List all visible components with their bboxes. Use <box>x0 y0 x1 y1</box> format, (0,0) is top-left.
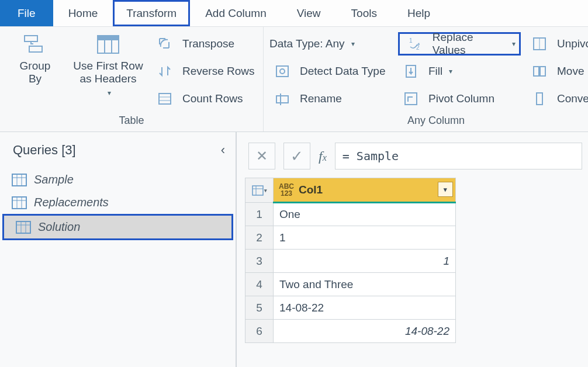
use-first-row-as-headers-button[interactable]: Use First Row as Headers <box>70 30 146 112</box>
tab-label: Transform <box>126 7 177 20</box>
cell[interactable]: 1 <box>274 226 456 250</box>
tab-label: Tools <box>351 7 377 20</box>
tab-transform[interactable]: Transform <box>113 0 190 26</box>
tab-view[interactable]: View <box>282 0 336 26</box>
tab-label: Help <box>407 7 430 20</box>
column-filter-button[interactable]: ▾ <box>438 182 453 197</box>
row-number[interactable]: 6 <box>245 320 274 343</box>
pivot-column-button[interactable]: Pivot Column <box>398 87 521 110</box>
reverse-rows-button[interactable]: Reverse Rows <box>152 60 257 83</box>
button-label: Transpose <box>182 37 234 50</box>
count-rows-icon <box>152 87 178 110</box>
query-label: Solution <box>38 220 80 234</box>
button-label: Rename <box>300 92 342 105</box>
button-label: Convert t <box>557 92 588 105</box>
svg-rect-26 <box>12 197 26 209</box>
svg-rect-22 <box>12 174 26 186</box>
column-header-col1[interactable]: ABC123 Col1 ▾ <box>274 178 456 203</box>
cell[interactable]: Two and Three <box>274 273 456 296</box>
svg-rect-3 <box>98 36 119 40</box>
svg-rect-34 <box>253 186 263 195</box>
cell[interactable]: 14-08-22 <box>274 320 456 343</box>
group-by-button[interactable]: Group By <box>6 30 64 112</box>
move-button[interactable]: Move <box>527 60 588 83</box>
svg-rect-30 <box>16 221 30 233</box>
accept-formula-button[interactable]: ✓ <box>283 143 310 169</box>
ribbon: Group By Use First Row as Headers Transp… <box>0 27 588 132</box>
row-number[interactable]: 5 <box>245 296 274 320</box>
button-label: Group By <box>20 60 51 85</box>
rename-icon <box>269 87 295 110</box>
menu-tabs: File Home Transform Add Column View Tool… <box>0 0 588 27</box>
tab-help[interactable]: Help <box>392 0 445 26</box>
transpose-icon <box>152 32 178 56</box>
formula-text: = Sample <box>343 149 399 163</box>
tab-home[interactable]: Home <box>53 0 113 26</box>
replace-values-icon: 12 <box>403 32 428 56</box>
convert-button[interactable]: Convert t <box>527 87 588 110</box>
svg-rect-21 <box>537 93 542 105</box>
query-label: Sample <box>34 173 74 186</box>
fill-icon <box>398 60 424 83</box>
fill-button[interactable]: Fill <box>398 60 521 83</box>
queries-header: Queries [3] ‹ <box>0 143 236 168</box>
tab-label: Home <box>68 7 98 20</box>
cell[interactable]: 14-08-22 <box>274 296 456 320</box>
tab-add-column[interactable]: Add Column <box>190 0 282 26</box>
row-number[interactable]: 3 <box>245 250 274 273</box>
replace-values-button[interactable]: 12 Replace Values <box>398 32 521 56</box>
cancel-formula-button[interactable]: ✕ <box>248 143 275 169</box>
svg-point-10 <box>280 69 285 74</box>
queries-pane: Queries [3] ‹ Sample Replacements Soluti… <box>0 132 237 367</box>
svg-rect-0 <box>25 36 37 41</box>
button-label: Data Type: Any <box>269 37 345 50</box>
ribbon-group-any-column: Data Type: Any Detect Data Type Rename 1… <box>263 27 588 131</box>
button-label: Pivot Column <box>428 92 494 105</box>
cell[interactable]: 1 <box>274 250 456 273</box>
tab-file-label: File <box>18 7 36 20</box>
close-icon: ✕ <box>256 148 268 164</box>
svg-rect-19 <box>534 67 539 76</box>
row-number[interactable]: 2 <box>245 226 274 250</box>
data-type-button[interactable]: Data Type: Any <box>269 32 392 56</box>
count-rows-button[interactable]: Count Rows <box>152 87 257 110</box>
data-area: ✕ ✓ fx = Sample ▾ ABC123 Col1 ▾ 1One2131 <box>237 132 588 367</box>
rename-button[interactable]: Rename <box>269 87 392 110</box>
check-icon: ✓ <box>290 147 303 165</box>
button-label: Unpivot <box>557 37 588 50</box>
svg-rect-20 <box>540 67 545 76</box>
collapse-pane-button[interactable]: ‹ <box>221 143 225 158</box>
ribbon-group-label: Table <box>0 112 263 131</box>
any-type-icon: ABC123 <box>279 183 294 197</box>
svg-rect-16 <box>405 93 417 105</box>
svg-rect-9 <box>276 66 288 77</box>
data-grid: ▾ ABC123 Col1 ▾ 1One21314Two and Three51… <box>245 178 456 343</box>
row-number[interactable]: 4 <box>245 273 274 296</box>
row-number[interactable]: 1 <box>245 203 274 226</box>
detect-data-type-button[interactable]: Detect Data Type <box>269 60 392 83</box>
group-by-icon <box>22 33 48 56</box>
cell[interactable]: One <box>274 203 456 226</box>
tab-file[interactable]: File <box>0 0 53 26</box>
svg-text:1: 1 <box>409 37 413 44</box>
transpose-button[interactable]: Transpose <box>152 32 257 56</box>
formula-bar: ✕ ✓ fx = Sample <box>237 132 588 178</box>
query-item-replacements[interactable]: Replacements <box>0 191 236 214</box>
svg-rect-1 <box>29 46 42 52</box>
button-label: Move <box>557 65 584 78</box>
svg-rect-11 <box>276 96 288 103</box>
detect-type-icon <box>269 60 295 83</box>
unpivot-icon <box>527 32 552 56</box>
query-item-sample[interactable]: Sample <box>0 168 236 191</box>
query-label: Replacements <box>34 196 109 209</box>
unpivot-button[interactable]: Unpivot <box>527 32 588 56</box>
table-icon <box>12 174 27 186</box>
grid-corner-menu[interactable]: ▾ <box>245 178 274 203</box>
button-label: Replace Values <box>433 31 506 57</box>
button-label: Count Rows <box>182 92 243 105</box>
formula-input[interactable]: = Sample <box>335 143 582 169</box>
tab-tools[interactable]: Tools <box>336 0 392 26</box>
query-item-solution[interactable]: Solution <box>4 216 231 238</box>
button-label: Fill <box>428 65 442 78</box>
ribbon-group-label: Any Column <box>264 112 588 131</box>
